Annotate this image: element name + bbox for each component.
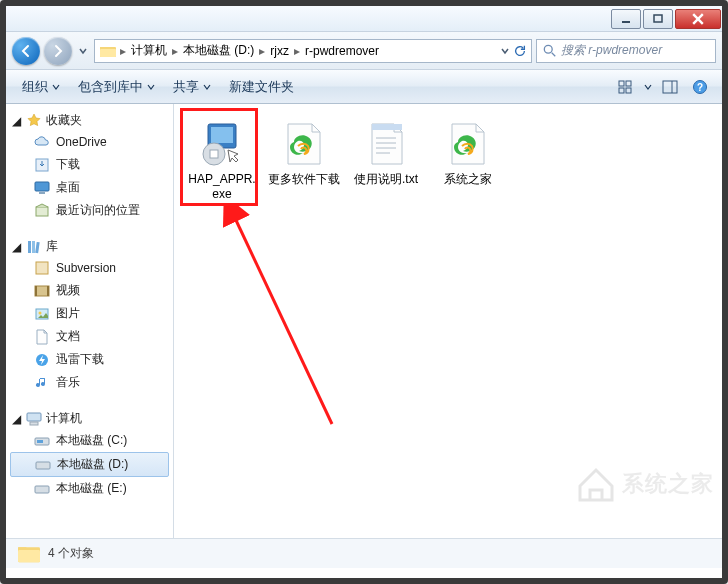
svg-rect-11 [626, 88, 631, 93]
sidebar-item-downloads[interactable]: 下载 [6, 153, 173, 176]
view-mode-button[interactable] [614, 76, 638, 98]
help-button[interactable]: ? [688, 76, 712, 98]
computer-header[interactable]: ◢ 计算机 [6, 408, 173, 429]
chevron-down-icon [147, 83, 155, 91]
file-list[interactable]: HAP_APPR.exe 更多软件下载 [174, 104, 722, 538]
exe-icon [198, 120, 246, 168]
sidebar-item-subversion[interactable]: Subversion [6, 257, 173, 279]
txt-icon [362, 120, 410, 168]
desktop-icon [34, 180, 50, 196]
chevron-right-icon: ▸ [293, 44, 301, 58]
file-label: 更多软件下载 [268, 172, 340, 187]
document-icon [34, 329, 50, 345]
file-item[interactable]: 更多软件下载 [268, 120, 340, 202]
file-item[interactable]: 使用说明.txt [350, 120, 422, 202]
favorites-header[interactable]: ◢ 收藏夹 [6, 110, 173, 131]
sidebar-item-drive-e[interactable]: 本地磁盘 (E:) [6, 477, 173, 500]
chevron-down-icon[interactable] [501, 47, 509, 55]
svg-rect-10 [619, 88, 624, 93]
address-bar[interactable]: ▸ 计算机 ▸ 本地磁盘 (D:) ▸ rjxz ▸ r-pwdremover [94, 39, 532, 63]
new-folder-button[interactable]: 新建文件夹 [223, 78, 300, 96]
navbar: ▸ 计算机 ▸ 本地磁盘 (D:) ▸ rjxz ▸ r-pwdremover … [6, 32, 722, 70]
sidebar-item-drive-d[interactable]: 本地磁盘 (D:) [10, 452, 169, 477]
svg-rect-22 [35, 241, 40, 252]
close-button[interactable] [675, 9, 721, 29]
crumb-drive[interactable]: 本地磁盘 (D:) [181, 42, 256, 59]
refresh-icon[interactable] [513, 44, 527, 58]
chevron-down-icon[interactable] [644, 83, 652, 91]
file-item[interactable]: HAP_APPR.exe [186, 120, 258, 202]
explorer-window: ▸ 计算机 ▸ 本地磁盘 (D:) ▸ rjxz ▸ r-pwdremover … [0, 0, 728, 584]
sidebar-item-onedrive[interactable]: OneDrive [6, 131, 173, 153]
libraries-section: ◢ 库 Subversion 视频 图片 文档 [6, 236, 173, 394]
computer-icon [26, 411, 42, 427]
sidebar-item-drive-c[interactable]: 本地磁盘 (C:) [6, 429, 173, 452]
svg-point-28 [39, 311, 42, 314]
chevron-right-icon: ▸ [119, 44, 127, 58]
file-item[interactable]: 系统之家 [432, 120, 504, 202]
include-library-menu[interactable]: 包含到库中 [72, 78, 161, 96]
chevron-down-icon [203, 83, 211, 91]
svg-line-7 [552, 52, 556, 56]
toolbar: 组织 包含到库中 共享 新建文件夹 ? [6, 70, 722, 104]
tree-collapse-icon: ◢ [12, 412, 22, 426]
svg-rect-1 [654, 15, 662, 22]
sidebar-item-videos[interactable]: 视频 [6, 279, 173, 302]
sidebar-item-documents[interactable]: 文档 [6, 325, 173, 348]
status-bar: 4 个对象 [6, 538, 722, 568]
annotation-arrow-icon [222, 204, 342, 434]
svg-rect-24 [35, 286, 49, 296]
folder-icon [16, 543, 38, 565]
drive-icon [34, 433, 50, 449]
library-icon [26, 239, 42, 255]
thunder-icon [34, 352, 50, 368]
crumb-folder1[interactable]: rjxz [268, 44, 291, 58]
crumb-folder2[interactable]: r-pwdremover [303, 44, 381, 58]
organize-menu[interactable]: 组织 [16, 78, 66, 96]
sidebar-item-music[interactable]: 音乐 [6, 371, 173, 394]
svg-rect-34 [36, 462, 50, 469]
folder-icon [99, 43, 117, 59]
drive-icon [34, 481, 50, 497]
url-icon [444, 120, 492, 168]
download-icon [34, 157, 50, 173]
file-label: 系统之家 [432, 172, 504, 187]
subversion-icon [34, 260, 50, 276]
forward-button[interactable] [44, 37, 72, 65]
svg-rect-20 [28, 241, 31, 253]
file-label: 使用说明.txt [350, 172, 422, 187]
recent-places-icon [34, 203, 50, 219]
maximize-button[interactable] [643, 9, 673, 29]
url-icon [280, 120, 328, 168]
preview-pane-button[interactable] [658, 76, 682, 98]
crumb-computer[interactable]: 计算机 [129, 42, 169, 59]
svg-rect-35 [35, 486, 49, 493]
svg-rect-23 [36, 262, 48, 274]
sidebar-item-desktop[interactable]: 桌面 [6, 176, 173, 199]
watermark: 系统之家 [576, 464, 714, 504]
svg-rect-39 [210, 150, 218, 158]
svg-point-6 [544, 45, 552, 53]
video-icon [34, 283, 50, 299]
cloud-icon [34, 134, 50, 150]
search-placeholder: 搜索 r-pwdremover [561, 42, 662, 59]
history-dropdown[interactable] [76, 47, 90, 55]
share-menu[interactable]: 共享 [167, 78, 217, 96]
pictures-icon [34, 306, 50, 322]
main-pane: ◢ 收藏夹 OneDrive 下载 桌面 最近 [6, 104, 722, 538]
libraries-header[interactable]: ◢ 库 [6, 236, 173, 257]
sidebar-item-recent[interactable]: 最近访问的位置 [6, 199, 173, 222]
music-icon [34, 375, 50, 391]
svg-rect-47 [18, 549, 40, 561]
search-icon [543, 44, 557, 58]
back-button[interactable] [12, 37, 40, 65]
svg-line-45 [234, 216, 332, 424]
svg-rect-21 [32, 241, 35, 253]
titlebar [6, 6, 722, 32]
minimize-button[interactable] [611, 9, 641, 29]
svg-rect-30 [27, 413, 41, 421]
sidebar-item-xunlei[interactable]: 迅雷下载 [6, 348, 173, 371]
tree-collapse-icon: ◢ [12, 114, 22, 128]
search-input[interactable]: 搜索 r-pwdremover [536, 39, 716, 63]
sidebar-item-pictures[interactable]: 图片 [6, 302, 173, 325]
